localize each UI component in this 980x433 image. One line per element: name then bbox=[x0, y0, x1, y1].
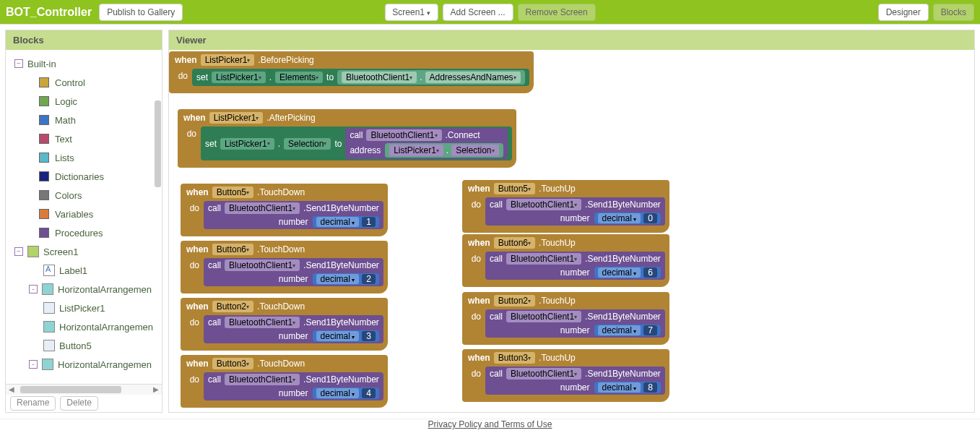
builtin-header[interactable]: − Built-in bbox=[6, 54, 162, 73]
builtin-math[interactable]: Math bbox=[6, 111, 162, 129]
event-Button3-TouchUp[interactable]: whenButton3.TouchUp do callBluetoothClie… bbox=[462, 349, 669, 402]
event-Button2-TouchUp[interactable]: whenButton2.TouchUp do callBluetoothClie… bbox=[462, 292, 669, 345]
block-field[interactable]: Button2 bbox=[494, 295, 535, 306]
component-HorizontalArrangemen[interactable]: HorizontalArrangemen bbox=[6, 317, 162, 336]
block-field[interactable]: BluetoothClient1 bbox=[342, 72, 417, 83]
block-field[interactable]: Button6 bbox=[494, 237, 535, 249]
call-block[interactable]: callBluetoothClient1.Send1ByteNumber num… bbox=[204, 372, 383, 400]
block-field[interactable]: ListPicker1 bbox=[209, 112, 264, 124]
collapse-icon[interactable]: - bbox=[29, 360, 38, 369]
set-block[interactable]: setListPicker1.Selectionto callBluetooth… bbox=[201, 127, 512, 160]
block-field[interactable]: BluetoothClient1 bbox=[506, 199, 581, 210]
block-field[interactable]: BluetoothClient1 bbox=[225, 317, 300, 328]
number-block[interactable]: decimal 4 bbox=[313, 387, 379, 399]
block-field[interactable]: BluetoothClient1 bbox=[225, 374, 300, 385]
builtin-variables[interactable]: Variables bbox=[6, 205, 162, 223]
publish-button[interactable]: Publish to Gallery bbox=[99, 4, 183, 21]
block-field[interactable]: Button3 bbox=[494, 352, 535, 364]
builtin-colors[interactable]: Colors bbox=[6, 186, 162, 205]
builtin-logic[interactable]: Logic bbox=[6, 92, 162, 111]
builtin-control[interactable]: Control bbox=[6, 73, 162, 92]
rename-button[interactable]: Rename bbox=[10, 396, 56, 411]
call-block[interactable]: callBluetoothClient1.Send1ByteNumber num… bbox=[485, 197, 665, 226]
blocks-tab[interactable]: Blocks bbox=[933, 4, 974, 21]
component-Button5[interactable]: Button5 bbox=[6, 336, 162, 355]
decimal-dropdown[interactable]: decimal bbox=[316, 388, 360, 398]
event-Button5-TouchUp[interactable]: whenButton5.TouchUp do callBluetoothClie… bbox=[462, 180, 669, 233]
block-field[interactable]: ListPicker1 bbox=[220, 138, 274, 150]
block-field[interactable]: BluetoothClient1 bbox=[506, 311, 581, 322]
block-field[interactable]: BluetoothClient1 bbox=[506, 368, 581, 380]
block-field[interactable]: Selection bbox=[284, 138, 331, 150]
call-block[interactable]: callBluetoothClient1.Send1ByteNumber num… bbox=[204, 315, 383, 343]
block-field[interactable]: Button5 bbox=[212, 187, 253, 198]
decimal-dropdown[interactable]: decimal bbox=[598, 382, 641, 393]
decimal-dropdown[interactable]: decimal bbox=[598, 325, 641, 335]
call-block[interactable]: callBluetoothClient1.Send1ByteNumber num… bbox=[485, 309, 665, 338]
decimal-dropdown[interactable]: decimal bbox=[316, 331, 360, 341]
number-block[interactable]: decimal 7 bbox=[594, 325, 661, 336]
collapse-icon[interactable]: − bbox=[14, 247, 23, 256]
number-block[interactable]: decimal 6 bbox=[594, 267, 661, 278]
number-block[interactable]: decimal 3 bbox=[313, 330, 379, 342]
component-icon bbox=[43, 340, 55, 351]
number-block[interactable]: decimal 2 bbox=[313, 273, 379, 285]
collapse-icon[interactable]: - bbox=[29, 285, 38, 293]
decimal-dropdown[interactable]: decimal bbox=[316, 217, 360, 227]
delete-button[interactable]: Delete bbox=[60, 396, 98, 411]
collapse-icon[interactable]: − bbox=[14, 59, 23, 68]
decimal-dropdown[interactable]: decimal bbox=[598, 213, 641, 223]
builtin-procedures[interactable]: Procedures bbox=[6, 223, 162, 242]
component-Label1[interactable]: Label1 bbox=[6, 261, 162, 280]
block-field[interactable]: BluetoothClient1 bbox=[506, 253, 581, 265]
block-field[interactable]: BluetoothClient1 bbox=[225, 260, 300, 271]
event-Button3-TouchDown[interactable]: whenButton3.TouchDown do callBluetoothCl… bbox=[181, 355, 388, 408]
block-field[interactable]: Button2 bbox=[212, 301, 253, 312]
builtin-dictionaries[interactable]: Dictionaries bbox=[6, 167, 162, 186]
number-block[interactable]: decimal 0 bbox=[594, 213, 661, 224]
event-Button6-TouchUp[interactable]: whenButton6.TouchUp do callBluetoothClie… bbox=[462, 234, 669, 287]
event-beforepicking[interactable]: whenListPicker1.BeforePicking do setList… bbox=[169, 51, 534, 93]
get-block[interactable]: ListPicker1.Selection bbox=[385, 143, 503, 158]
get-block[interactable]: BluetoothClient1.AddressesAndNames bbox=[337, 70, 524, 85]
block-field[interactable]: Elements bbox=[275, 72, 323, 83]
call-block[interactable]: callBluetoothClient1.Send1ByteNumber num… bbox=[204, 258, 383, 286]
block-field[interactable]: Selection bbox=[451, 145, 498, 156]
remove-screen-button[interactable]: Remove Screen bbox=[518, 4, 596, 21]
component-ListPicker1[interactable]: ListPicker1 bbox=[6, 299, 162, 317]
palette-hscroll[interactable]: ◀▶ bbox=[6, 384, 162, 395]
block-field[interactable]: BluetoothClient1 bbox=[225, 202, 300, 214]
call-block[interactable]: callBluetoothClient1.Send1ByteNumber num… bbox=[485, 252, 665, 280]
component-HorizontalArrangemen[interactable]: - HorizontalArrangemen bbox=[6, 280, 162, 299]
event-Button5-TouchDown[interactable]: whenButton5.TouchDown do callBluetoothCl… bbox=[181, 184, 388, 236]
block-field[interactable]: ListPicker1 bbox=[201, 54, 255, 66]
event-Button2-TouchDown[interactable]: whenButton2.TouchDown do callBluetoothCl… bbox=[181, 298, 388, 351]
block-field[interactable]: Button5 bbox=[494, 183, 535, 194]
block-field[interactable]: Button3 bbox=[212, 358, 253, 369]
call-block[interactable]: callBluetoothClient1.Send1ByteNumber num… bbox=[204, 201, 383, 229]
screen-dropdown[interactable]: Screen1 bbox=[384, 4, 438, 21]
builtin-lists[interactable]: Lists bbox=[6, 148, 162, 167]
number-block[interactable]: decimal 8 bbox=[594, 382, 661, 393]
blocks-canvas[interactable]: whenListPicker1.BeforePicking do setList… bbox=[169, 50, 974, 412]
screen1-node[interactable]: − Screen1 bbox=[6, 242, 162, 261]
block-field[interactable]: BluetoothClient1 bbox=[366, 129, 441, 141]
number-block[interactable]: decimal 1 bbox=[313, 216, 379, 228]
builtin-text[interactable]: Text bbox=[6, 129, 162, 148]
designer-tab[interactable]: Designer bbox=[878, 4, 929, 21]
component-HorizontalArrangemen[interactable]: - HorizontalArrangemen bbox=[6, 355, 162, 374]
call-block[interactable]: callBluetoothClient1.Connect address Lis… bbox=[345, 128, 507, 159]
decimal-dropdown[interactable]: decimal bbox=[316, 274, 360, 284]
block-field[interactable]: ListPicker1 bbox=[389, 145, 443, 156]
privacy-link[interactable]: Privacy Policy and Terms of Use bbox=[428, 419, 552, 429]
decimal-dropdown[interactable]: decimal bbox=[598, 267, 641, 278]
blocks-palette: Blocks − Built-in Control Logic Math Tex… bbox=[5, 30, 162, 413]
block-field[interactable]: ListPicker1 bbox=[212, 72, 266, 83]
event-afterpicking[interactable]: whenListPicker1.AfterPicking do setListP… bbox=[178, 109, 516, 168]
block-field[interactable]: Button6 bbox=[212, 244, 253, 255]
set-block[interactable]: setListPicker1.Elementsto BluetoothClien… bbox=[192, 69, 529, 86]
add-screen-button[interactable]: Add Screen ... bbox=[443, 4, 513, 21]
call-block[interactable]: callBluetoothClient1.Send1ByteNumber num… bbox=[485, 366, 665, 395]
event-Button6-TouchDown[interactable]: whenButton6.TouchDown do callBluetoothCl… bbox=[181, 241, 388, 293]
block-field[interactable]: AddressesAndNames bbox=[425, 72, 521, 83]
